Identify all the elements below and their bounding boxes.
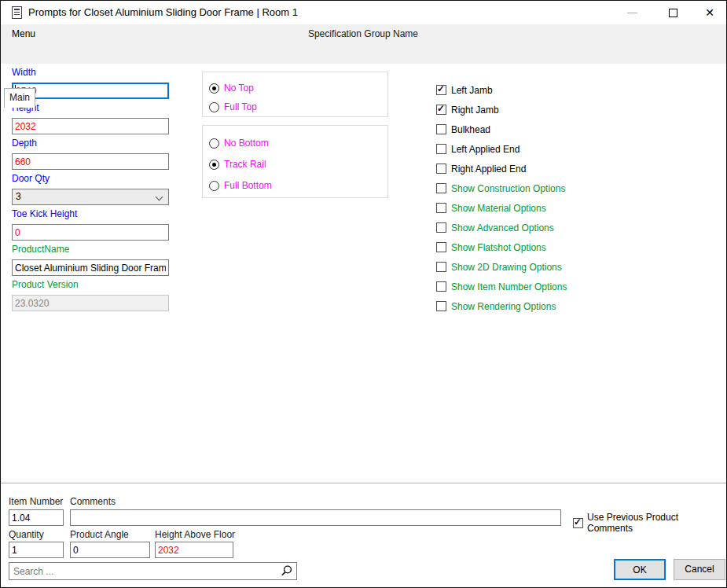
- tab-strip: Main Construction Options Profile Option…: [1, 44, 726, 64]
- main-tab-page: Width Height Depth Door Qty 3 Toe Kick H…: [2, 64, 727, 483]
- checkbox-show-2d-drawing-options[interactable]: Show 2D Drawing Options: [436, 261, 562, 273]
- radio-full-bottom[interactable]: Full Bottom: [209, 180, 272, 191]
- checkbox-label: Right Applied End: [451, 164, 526, 175]
- checkbox-label: Show Flatshot Options: [451, 242, 546, 253]
- checkbox-show-advanced-options[interactable]: Show Advanced Options: [436, 222, 554, 233]
- cancel-button[interactable]: Cancel: [674, 559, 725, 580]
- checkbox-icon: [436, 144, 446, 154]
- checkbox-icon: [436, 242, 446, 252]
- door-qty-select[interactable]: 3: [12, 189, 169, 205]
- comments-input[interactable]: [70, 509, 561, 526]
- spec-group-label: Specification Group Name: [308, 24, 418, 44]
- menu-item[interactable]: Menu: [12, 24, 35, 44]
- radio-label: No Bottom: [224, 138, 269, 149]
- checkbox-show-rendering-options[interactable]: Show Rendering Options: [436, 300, 556, 312]
- quantity-label: Quantity: [9, 529, 44, 540]
- title-bar: Prompts for Closet Aluminium Sliding Doo…: [1, 1, 726, 24]
- radio-no-bottom[interactable]: No Bottom: [209, 138, 269, 149]
- radio-label: Full Top: [224, 101, 257, 112]
- chevron-down-icon: [156, 193, 163, 201]
- checkbox-bulkhead[interactable]: Bulkhead: [436, 123, 490, 135]
- door-qty-value: 3: [16, 191, 21, 202]
- checkbox-label: Use Previous Product Comments: [587, 512, 726, 534]
- checkbox-label: Show Material Options: [451, 203, 546, 214]
- radio-no-top[interactable]: No Top: [209, 83, 254, 94]
- product-version-label: Product Version: [12, 279, 79, 290]
- dialog-window: Prompts for Closet Aluminium Sliding Doo…: [0, 0, 727, 588]
- checkbox-right-jamb[interactable]: Right Jamb: [436, 104, 499, 116]
- maximize-button[interactable]: [659, 1, 687, 24]
- product-name-input[interactable]: [12, 259, 169, 276]
- height-above-floor-label: Height Above Floor: [155, 529, 235, 540]
- product-angle-label: Product Angle: [70, 529, 129, 540]
- close-icon: ✕: [705, 7, 714, 18]
- checkbox-left-applied-end[interactable]: Left Applied End: [436, 143, 520, 155]
- tab-main[interactable]: Main: [4, 88, 35, 108]
- checkbox-label: Right Jamb: [451, 105, 499, 116]
- checkbox-left-jamb[interactable]: Left Jamb: [436, 84, 493, 96]
- item-number-label: Item Number: [9, 496, 63, 507]
- checkbox-show-material-options[interactable]: Show Material Options: [436, 202, 546, 214]
- height-input[interactable]: [12, 118, 169, 134]
- search-icon[interactable]: [280, 564, 293, 580]
- checkbox-label: Left Applied End: [451, 144, 520, 155]
- checkbox-show-construction-options[interactable]: Show Construction Options: [436, 182, 565, 194]
- quantity-input[interactable]: [9, 542, 64, 558]
- checkbox-icon: [573, 518, 583, 528]
- top-options-groupbox: No Top Full Top: [202, 72, 388, 117]
- radio-icon: [209, 83, 219, 94]
- footer-divider: [1, 483, 726, 483]
- radio-label: No Top: [224, 83, 254, 94]
- checkbox-icon: [436, 281, 446, 292]
- checkbox-use-previous-product-comments[interactable]: Use Previous Product Comments: [573, 512, 726, 534]
- width-input[interactable]: [12, 83, 169, 99]
- menu-strip: Menu Specification Group Name Metric Dec…: [1, 24, 726, 44]
- toe-kick-height-input[interactable]: [12, 224, 169, 241]
- radio-label: Full Bottom: [224, 180, 272, 191]
- radio-track-rail[interactable]: Track Rail: [209, 159, 266, 170]
- checkbox-icon: [436, 222, 446, 233]
- depth-label: Depth: [12, 138, 37, 149]
- checkbox-icon: [436, 203, 446, 213]
- window-title: Prompts for Closet Aluminium Sliding Doo…: [28, 1, 298, 24]
- checkbox-icon: [436, 105, 446, 115]
- radio-icon: [209, 138, 219, 149]
- checkbox-label: Show Construction Options: [451, 183, 565, 194]
- maximize-icon: [669, 9, 677, 17]
- checkbox-icon: [436, 183, 446, 193]
- app-icon: [12, 6, 22, 21]
- item-number-input[interactable]: [9, 509, 64, 526]
- search-box: [9, 562, 297, 580]
- checkbox-icon: [436, 262, 446, 272]
- depth-input[interactable]: [12, 153, 169, 170]
- checkbox-icon: [436, 124, 446, 134]
- checkbox-icon: [436, 301, 446, 311]
- product-angle-input[interactable]: [70, 542, 150, 558]
- door-qty-label: Door Qty: [12, 173, 50, 184]
- ok-button[interactable]: OK: [614, 559, 666, 580]
- checkbox-label: Left Jamb: [451, 85, 493, 96]
- toe-kick-height-label: Toe Kick Height: [12, 208, 77, 219]
- checkbox-icon: [436, 85, 446, 95]
- radio-icon: [209, 181, 219, 191]
- product-version-input: [12, 295, 169, 311]
- search-input[interactable]: [9, 563, 277, 579]
- radio-icon: [209, 160, 219, 170]
- height-above-floor-input[interactable]: [155, 542, 233, 558]
- minimize-button[interactable]: [618, 1, 646, 24]
- checkbox-show-item-number-options[interactable]: Show Item Number Options: [436, 281, 567, 292]
- width-label: Width: [12, 67, 36, 78]
- checkbox-show-flatshot-options[interactable]: Show Flatshot Options: [436, 241, 546, 253]
- checkbox-label: Show Rendering Options: [451, 301, 556, 312]
- checkbox-icon: [436, 164, 446, 174]
- close-button[interactable]: ✕: [696, 1, 724, 24]
- comments-label: Comments: [70, 496, 116, 507]
- checkbox-label: Bulkhead: [451, 124, 490, 135]
- product-name-label: ProductName: [12, 244, 69, 255]
- checkbox-right-applied-end[interactable]: Right Applied End: [436, 163, 526, 175]
- checkbox-label: Show 2D Drawing Options: [451, 262, 562, 273]
- radio-full-top[interactable]: Full Top: [209, 101, 257, 112]
- minimize-icon: [627, 13, 637, 13]
- radio-label: Track Rail: [224, 159, 266, 170]
- radio-icon: [209, 102, 219, 112]
